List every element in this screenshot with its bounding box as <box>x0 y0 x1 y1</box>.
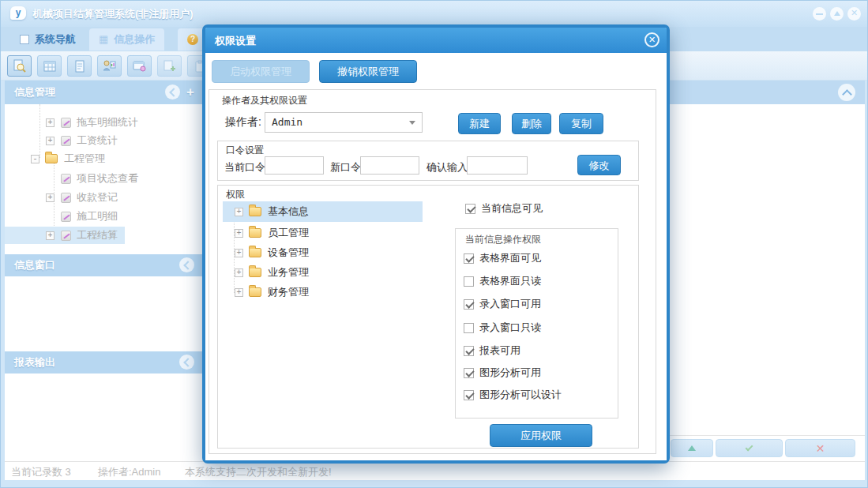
folder-icon <box>45 154 58 163</box>
checkbox-entry-window-readonly[interactable]: 录入窗口只读 <box>464 321 541 335</box>
cancel-button[interactable]: ✕ <box>785 439 855 457</box>
tab-label: 系统导航 <box>35 32 76 47</box>
checkbox-icon[interactable] <box>464 390 474 400</box>
start-permission-button[interactable]: 启动权限管理 <box>212 60 310 83</box>
tree-item-label: 收款登记 <box>77 190 118 205</box>
add-record-icon[interactable] <box>157 55 182 77</box>
chevron-left-circle-icon[interactable] <box>165 84 180 99</box>
checkbox-icon[interactable] <box>464 253 474 264</box>
tab-system-nav[interactable]: 系统导航 <box>10 28 85 51</box>
checkbox-icon[interactable] <box>465 204 475 214</box>
permission-settings-dialog: 权限设置 ✕ 启动权限管理 撤销权限管理 操作者及其权限设置 操作者: Admi… <box>202 24 670 464</box>
expand-icon[interactable]: + <box>46 118 54 127</box>
new-password-input[interactable] <box>360 156 419 175</box>
checkbox-report-usable[interactable]: 报表可用 <box>464 343 520 358</box>
tool-icon <box>61 212 71 222</box>
confirm-password-input[interactable] <box>467 156 528 175</box>
operator-text: 操作者:Admin <box>98 465 160 479</box>
modify-password-button[interactable]: 修改 <box>577 155 621 175</box>
sidebar-item-project-management[interactable]: - 工程管理 <box>5 150 202 167</box>
perm-tree-item-basic-info[interactable]: + 基本信息 <box>223 201 423 222</box>
expand-icon[interactable]: + <box>46 193 54 202</box>
current-password-input[interactable] <box>265 156 324 175</box>
perm-tree-item-equipment-mgmt[interactable]: + 设备管理 <box>223 242 423 263</box>
panel-title: 信息管理 <box>14 86 55 98</box>
checkbox-icon[interactable] <box>464 346 474 356</box>
password-groupbox: 口令设置 当前口令 新口令 确认输入 修改 <box>217 141 639 181</box>
tree-item-label: 设备管理 <box>268 246 309 260</box>
confirm-button[interactable] <box>716 439 783 457</box>
dialog-body: 启动权限管理 撤销权限管理 操作者及其权限设置 操作者: Admin 新建 删除… <box>205 53 667 460</box>
user-report-icon[interactable] <box>97 55 122 77</box>
checkbox-icon[interactable] <box>464 368 474 378</box>
expand-icon[interactable]: + <box>235 229 243 238</box>
expand-icon[interactable]: + <box>235 249 243 257</box>
expand-icon[interactable]: + <box>46 137 54 145</box>
checkbox-label: 录入窗口只读 <box>479 321 541 335</box>
expand-icon[interactable]: + <box>46 231 54 240</box>
checkbox-icon[interactable] <box>464 276 474 287</box>
dialog-title-bar[interactable]: 权限设置 ✕ <box>205 28 667 53</box>
tree-item-label: 项目状态查看 <box>77 171 138 186</box>
check-icon <box>746 443 753 451</box>
checkbox-entry-window-usable[interactable]: 录入窗口可用 <box>464 297 541 311</box>
help-icon: ? <box>187 34 198 45</box>
folder-icon <box>249 287 261 297</box>
sidebar-item-project-status-view[interactable]: 项目状态查看 <box>5 170 202 187</box>
new-operator-button[interactable]: 新建 <box>458 113 501 134</box>
checkbox-icon <box>20 35 29 44</box>
chevron-left-circle-icon[interactable] <box>179 257 194 272</box>
revoke-permission-button[interactable]: 撤销权限管理 <box>319 60 417 83</box>
minimize-icon[interactable] <box>813 7 826 21</box>
delete-operator-button[interactable]: 删除 <box>512 113 551 134</box>
checkbox-icon[interactable] <box>464 299 474 310</box>
perm-tree-item-staff-mgmt[interactable]: + 员工管理 <box>223 223 423 243</box>
status-bar: 当前记录数 3 操作者:Admin 本系统支持二次开发和全新开发! <box>5 461 865 480</box>
apply-permission-button[interactable]: 应用权限 <box>490 424 592 447</box>
sidebar-item-project-settlement[interactable]: + 工程结算 <box>5 227 125 244</box>
document-icon[interactable] <box>67 55 92 77</box>
tool-icon <box>61 118 71 128</box>
sidebar: 信息管理 + + 拖车明细统计 + 工资统计 - 工程管理 <box>5 81 202 461</box>
tree-item-label: 拖车明细统计 <box>77 115 138 130</box>
perm-tree-item-business-mgmt[interactable]: + 业务管理 <box>223 262 423 283</box>
sidebar-item-construction-detail[interactable]: 施工明细 <box>5 208 202 225</box>
checkbox-graph-analysis-design[interactable]: 图形分析可以设计 <box>464 388 562 402</box>
tab-info-operation[interactable]: ▦ 信息操作 <box>89 28 164 51</box>
maximize-icon[interactable] <box>830 7 844 21</box>
nav-insert-button[interactable] <box>671 439 713 457</box>
checkbox-current-info-visible[interactable]: 当前信息可见 <box>465 201 543 216</box>
grid-icon: ▦ <box>99 35 108 44</box>
checkbox-grid-readonly[interactable]: 表格界面只读 <box>464 274 541 288</box>
close-icon[interactable]: ✕ <box>847 7 861 21</box>
panel-title: 信息窗口 <box>14 259 55 271</box>
checkbox-label: 图形分析可用 <box>479 366 541 380</box>
current-password-label: 当前口令 <box>224 160 265 175</box>
expand-icon[interactable]: + <box>235 208 243 216</box>
operator-select[interactable]: Admin <box>265 112 423 133</box>
confirm-password-label: 确认输入 <box>426 160 468 175</box>
dialog-close-icon[interactable]: ✕ <box>644 32 659 47</box>
search-document-icon[interactable] <box>7 55 32 77</box>
plus-icon[interactable]: + <box>186 84 194 99</box>
chevron-left-circle-icon[interactable] <box>179 355 194 370</box>
sidebar-item-salary-stats[interactable]: + 工资统计 <box>5 132 202 149</box>
panel-header-info-management: 信息管理 + <box>5 81 202 104</box>
tree-item-label: 财务管理 <box>268 285 309 299</box>
collapse-expand-icon[interactable]: - <box>31 155 39 163</box>
checkbox-label: 报表可用 <box>479 343 520 358</box>
perm-tree-item-finance-mgmt[interactable]: + 财务管理 <box>223 282 423 302</box>
window-view-icon[interactable] <box>127 55 152 77</box>
copy-operator-button[interactable]: 复制 <box>559 113 603 134</box>
groupbox-caption: 口令设置 <box>226 144 264 157</box>
expand-icon[interactable]: + <box>235 268 243 277</box>
chevron-up-icon[interactable] <box>838 84 855 101</box>
operator-label: 操作者: <box>225 115 261 130</box>
checkbox-grid-visible[interactable]: 表格界面可见 <box>464 251 541 265</box>
expand-icon[interactable]: + <box>235 288 243 297</box>
checkbox-graph-analysis-usable[interactable]: 图形分析可用 <box>464 366 541 380</box>
sidebar-item-trailer-detail-stats[interactable]: + 拖车明细统计 <box>5 114 202 131</box>
sidebar-item-payment-register[interactable]: + 收款登记 <box>5 189 202 206</box>
checkbox-icon[interactable] <box>464 323 474 333</box>
table-view-icon[interactable] <box>37 55 62 77</box>
